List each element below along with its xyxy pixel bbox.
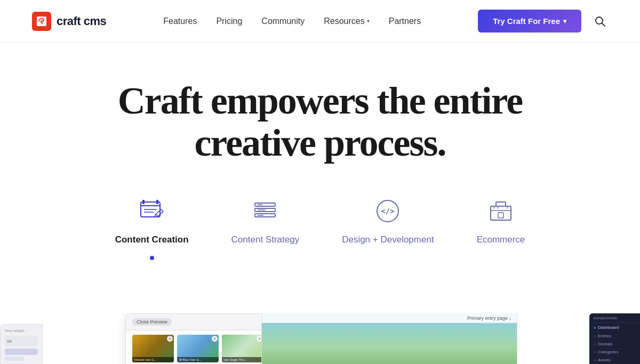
cta-button[interactable]: Try Craft For Free ▾: [478, 10, 581, 33]
left-widget-preview: New widget ↓ 06: [0, 324, 43, 364]
nav-resources[interactable]: Resources ▾: [324, 17, 369, 26]
right-nav-categories[interactable]: Categories: [589, 348, 640, 356]
svg-text:</>: </>: [381, 207, 395, 215]
svg-rect-6: [156, 200, 158, 204]
image-thumb-2: 3840px Van G... ×: [177, 335, 219, 362]
nav-features[interactable]: Features: [163, 17, 197, 26]
image-thumb-1: Vincent van G... ×: [132, 335, 174, 362]
tab-content-creation[interactable]: Content Creation: [94, 191, 210, 265]
tab-ecommerce-label: Ecommerce: [477, 234, 525, 245]
design-development-icon: </>: [373, 196, 403, 226]
main-nav: Features Pricing Community Resources ▾ P…: [163, 17, 421, 26]
header-actions: Try Craft For Free ▾: [478, 10, 608, 33]
tab-design-development[interactable]: </> Design + Development: [321, 191, 455, 250]
svg-rect-20: [498, 213, 503, 218]
cta-chevron-icon: ▾: [563, 18, 566, 25]
resources-chevron-icon: ▾: [367, 18, 370, 24]
logo-icon: [32, 12, 51, 31]
search-icon: [594, 15, 606, 27]
preview-section: New widget ↓ 06 Close Preview ✓ Vincent …: [0, 313, 640, 364]
logo-text: craft cms: [57, 14, 106, 28]
tab-content-strategy[interactable]: Content Strategy: [210, 191, 321, 250]
main-image-preview: Primary entry page ↓ "Wheatfield Under T…: [261, 313, 517, 364]
tab-design-development-label: Design + Development: [342, 234, 434, 245]
right-panel-url: europa.museu: [589, 313, 640, 323]
header: craft cms Features Pricing Community Res…: [0, 0, 640, 43]
svg-rect-19: [496, 202, 506, 206]
nav-partners[interactable]: Partners: [389, 17, 421, 26]
tab-ecommerce[interactable]: Ecommerce: [455, 191, 547, 250]
entry-top-bar: Primary entry page ↓: [262, 313, 517, 323]
content-creation-icon: [137, 196, 167, 226]
content-strategy-icon: [250, 196, 280, 226]
close-preview-btn[interactable]: Close Preview: [132, 318, 172, 326]
hero-section: Craft empowers the entire creative proce…: [0, 43, 640, 313]
search-button[interactable]: [592, 13, 608, 29]
right-nav-globals[interactable]: Globals: [589, 340, 640, 348]
tab-content-strategy-label: Content Strategy: [231, 234, 300, 245]
right-nav-entries[interactable]: Entries: [589, 332, 640, 340]
right-nav-assets[interactable]: Assets: [589, 356, 640, 364]
svg-rect-5: [142, 200, 145, 204]
hero-title: Craft empowers the entire creative proce…: [107, 80, 533, 164]
tab-content-creation-label: Content Creation: [115, 234, 189, 245]
feature-tabs: Content Creation Content Strategy: [32, 191, 608, 265]
image-thumb-3: Van Gogh The... ×: [222, 335, 263, 362]
tab-active-dot: [150, 256, 154, 260]
nav-pricing[interactable]: Pricing: [216, 17, 242, 26]
svg-line-2: [602, 23, 605, 26]
right-panel-preview: europa.museu Dashboard Entries Globals C…: [589, 313, 640, 364]
ecommerce-icon: [486, 196, 516, 226]
right-nav-dashboard[interactable]: Dashboard: [589, 323, 640, 332]
logo[interactable]: craft cms: [32, 12, 106, 31]
nav-community[interactable]: Community: [261, 17, 305, 26]
